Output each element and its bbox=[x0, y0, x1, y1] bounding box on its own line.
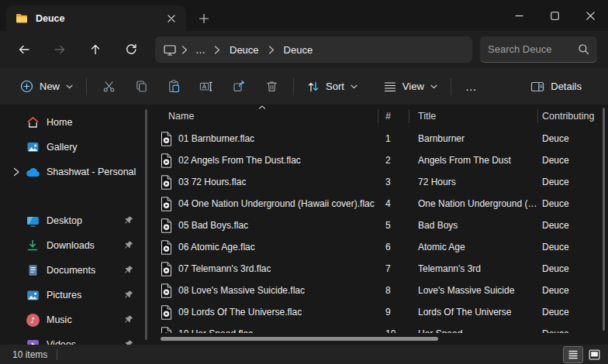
table-row[interactable]: 07 Telemann's 3rd.flac 7 Telemann's 3rd … bbox=[151, 258, 608, 280]
track-title: One Nation Underground (Hawaii cover) bbox=[409, 198, 537, 209]
sidebar-item-videos[interactable]: Videos bbox=[3, 332, 143, 345]
media-file-icon bbox=[161, 175, 172, 190]
sidebar-item-onedrive[interactable]: Shashwat - Personal bbox=[3, 160, 143, 184]
window-controls bbox=[501, 0, 608, 31]
chevron-right-icon bbox=[212, 46, 222, 54]
breadcrumb-item[interactable]: Deuce bbox=[279, 44, 318, 56]
contributing-artist: Deuce bbox=[537, 177, 608, 187]
search-box[interactable] bbox=[480, 36, 597, 63]
sidebar-item-desktop[interactable]: Desktop bbox=[3, 208, 143, 233]
item-count: 10 items bbox=[12, 349, 47, 360]
new-button-label: New bbox=[40, 81, 60, 92]
sort-arrows-icon bbox=[307, 81, 320, 93]
table-row[interactable]: 01 Barnburner.flac 1 Barnburner Deuce bbox=[151, 128, 608, 149]
view-button[interactable]: View bbox=[376, 74, 445, 100]
status-bar: 10 items bbox=[0, 345, 608, 364]
chevron-down-icon bbox=[351, 84, 358, 89]
explorer-tab[interactable]: Deuce bbox=[6, 5, 186, 31]
track-title: 72 Hours bbox=[409, 177, 537, 187]
pin-icon bbox=[123, 340, 134, 345]
breadcrumb-ellipsis[interactable]: … bbox=[192, 44, 209, 56]
share-button[interactable] bbox=[223, 74, 255, 100]
new-button[interactable]: New bbox=[12, 74, 81, 100]
table-row[interactable]: 06 Atomic Age.flac 6 Atomic Age Deuce bbox=[151, 236, 608, 258]
table-row[interactable]: 08 Love's Massive Suicide.flac 8 Love's … bbox=[151, 280, 608, 301]
breadcrumb-item[interactable]: Deuce bbox=[225, 44, 264, 56]
search-input[interactable] bbox=[488, 43, 578, 55]
paste-button[interactable] bbox=[157, 74, 190, 100]
track-title: Barnburner bbox=[409, 133, 537, 144]
sidebar-item-home[interactable]: Home bbox=[3, 110, 143, 135]
details-button[interactable]: Details bbox=[523, 74, 589, 100]
contributing-artist: Deuce bbox=[537, 263, 608, 274]
table-row[interactable]: 05 Bad Boys.flac 5 Bad Boys Deuce bbox=[151, 215, 608, 236]
videos-icon bbox=[25, 339, 40, 345]
rename-button[interactable] bbox=[190, 74, 223, 100]
column-headers: Name # Title Contributing bbox=[151, 105, 608, 128]
tab-title: Deuce bbox=[36, 13, 161, 24]
file-list: Name # Title Contributing 01 Barnburner.… bbox=[151, 105, 608, 345]
maximize-button[interactable] bbox=[537, 0, 572, 31]
tab-close-icon[interactable] bbox=[161, 9, 181, 28]
close-button[interactable] bbox=[572, 0, 608, 31]
track-title: Angels From The Dust bbox=[409, 155, 537, 166]
column-header-number[interactable]: # bbox=[378, 105, 409, 128]
file-name: 05 Bad Boys.flac bbox=[178, 220, 248, 231]
sidebar-item-documents[interactable]: Documents bbox=[3, 258, 143, 283]
sort-button-label: Sort bbox=[326, 81, 344, 92]
vertical-scrollbar-thumb[interactable] bbox=[603, 108, 605, 331]
table-row[interactable]: 02 Angels From The Dust.flac 2 Angels Fr… bbox=[151, 149, 608, 171]
file-name: 01 Barnburner.flac bbox=[178, 133, 254, 144]
sidebar-scrollbar[interactable] bbox=[145, 109, 147, 340]
toolbar-divider bbox=[86, 78, 87, 95]
track-number: 2 bbox=[378, 155, 409, 166]
sidebar-item-label: Desktop bbox=[47, 215, 123, 226]
delete-button[interactable] bbox=[255, 74, 288, 100]
breadcrumb[interactable]: … Deuce Deuce bbox=[155, 36, 472, 63]
up-button[interactable] bbox=[78, 36, 113, 64]
forward-button[interactable] bbox=[42, 36, 78, 64]
sidebar-item-gallery[interactable]: Gallery bbox=[3, 135, 143, 160]
view-toggles bbox=[564, 347, 603, 362]
table-row[interactable]: 04 One Nation Underground (Hawaii cover)… bbox=[151, 193, 608, 215]
refresh-button[interactable] bbox=[113, 36, 149, 64]
folder-icon bbox=[16, 13, 28, 23]
contributing-artist: Deuce bbox=[537, 155, 608, 166]
minimize-button[interactable] bbox=[501, 0, 537, 31]
horizontal-scrollbar-thumb[interactable] bbox=[161, 337, 438, 341]
sidebar-item-music[interactable]: ♪ Music bbox=[3, 307, 143, 332]
file-name: 08 Love's Massive Suicide.flac bbox=[178, 285, 305, 296]
track-number: 3 bbox=[378, 177, 409, 187]
file-rows: 01 Barnburner.flac 1 Barnburner Deuce 02… bbox=[151, 128, 608, 345]
desktop-icon bbox=[25, 215, 40, 227]
see-more-button[interactable]: … bbox=[457, 74, 486, 100]
new-tab-button[interactable] bbox=[194, 9, 214, 28]
track-title: Atomic Age bbox=[409, 242, 537, 252]
contributing-artist: Deuce bbox=[537, 242, 608, 252]
view-button-label: View bbox=[402, 81, 424, 92]
search-icon[interactable] bbox=[578, 43, 589, 55]
details-view-toggle[interactable] bbox=[564, 347, 582, 362]
media-file-icon bbox=[161, 197, 172, 211]
table-row[interactable]: 09 Lords Of The Universe.flac 9 Lords Of… bbox=[151, 301, 608, 323]
track-number: 7 bbox=[378, 263, 409, 274]
track-title: Bad Boys bbox=[409, 220, 537, 231]
music-icon: ♪ bbox=[25, 314, 40, 327]
cut-button[interactable] bbox=[92, 74, 125, 100]
chevron-right-icon[interactable] bbox=[8, 167, 25, 177]
copy-button[interactable] bbox=[125, 74, 157, 100]
thumbnail-view-toggle[interactable] bbox=[585, 347, 603, 362]
sidebar-item-downloads[interactable]: Downloads bbox=[3, 233, 143, 258]
this-pc-monitor-icon[interactable] bbox=[163, 43, 177, 57]
sidebar-item-pictures[interactable]: Pictures bbox=[3, 283, 143, 307]
sort-button[interactable]: Sort bbox=[299, 74, 365, 100]
table-row[interactable]: 03 72 Hours.flac 3 72 Hours Deuce bbox=[151, 171, 608, 193]
pin-icon bbox=[123, 216, 134, 225]
column-header-name[interactable]: Name bbox=[151, 105, 378, 128]
horizontal-scrollbar[interactable] bbox=[151, 333, 602, 345]
back-button[interactable] bbox=[6, 36, 42, 64]
column-header-contributing[interactable]: Contributing bbox=[537, 105, 608, 128]
track-number: 1 bbox=[378, 133, 409, 144]
column-header-title[interactable]: Title bbox=[409, 105, 537, 128]
home-icon bbox=[25, 116, 40, 129]
